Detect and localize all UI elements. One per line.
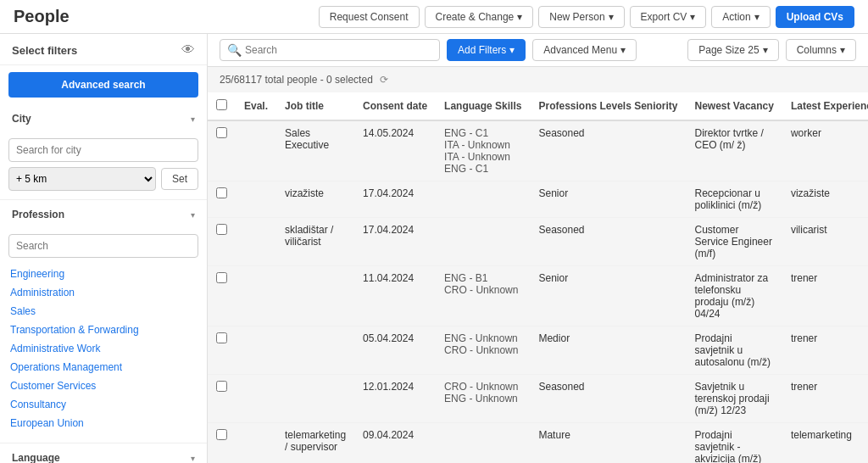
seniority-cell: Seasoned xyxy=(530,120,686,181)
job-title-cell: skladištar / viličarist xyxy=(276,218,354,266)
stats-row: 25/68117 total people - 0 selected ⟳ xyxy=(208,67,868,92)
export-cv-button[interactable]: Export CV ▾ xyxy=(630,6,707,28)
eval-cell xyxy=(236,375,276,423)
language-section: Language ▾ xyxy=(0,443,207,463)
new-person-button[interactable]: New Person ▾ xyxy=(538,6,624,28)
profession-section-title: Profession xyxy=(12,209,64,220)
set-button[interactable]: Set xyxy=(161,168,198,190)
profession-list-item[interactable]: Sales xyxy=(8,302,198,321)
profession-list-item[interactable]: Consultancy xyxy=(8,395,198,414)
consent-date-cell: 17.04.2024 xyxy=(354,218,436,266)
job-title-header[interactable]: Job title xyxy=(276,92,354,120)
table-header-row: Eval. Job title Consent date Language Sk… xyxy=(208,92,868,120)
toolbar-right: Page Size 25 ▾ Columns ▾ xyxy=(687,39,856,61)
request-consent-button[interactable]: Request Consent xyxy=(319,6,420,28)
latest-experience-header[interactable]: Latest Experience ▾ xyxy=(782,92,868,120)
columns-button[interactable]: Columns ▾ xyxy=(786,39,856,61)
profession-list-item[interactable]: Administration xyxy=(8,283,198,302)
language-skills-cell: CRO - UnknownENG - Unknown xyxy=(436,375,530,423)
latest-experience-cell: trener xyxy=(782,326,868,375)
stats-text: 25/68117 total people - 0 selected xyxy=(220,74,373,86)
select-all-header[interactable] xyxy=(208,92,236,120)
people-table: Eval. Job title Consent date Language Sk… xyxy=(208,92,868,463)
advanced-menu-button[interactable]: Advanced Menu ▾ xyxy=(532,39,637,61)
chevron-down-icon: ▾ xyxy=(690,11,695,23)
seniority-cell: Senior xyxy=(530,266,686,326)
latest-experience-cell: telemarketing xyxy=(782,423,868,464)
content: 🔍 Add Filters ▾ Advanced Menu ▾ Page Siz… xyxy=(208,34,868,463)
newest-vacancy-cell: Administrator za telefonsku prodaju (m/ž… xyxy=(687,266,782,326)
chevron-down-icon: ▾ xyxy=(191,454,195,463)
seniority-header[interactable]: Professions Levels Seniority xyxy=(530,92,686,120)
newest-vacancy-cell: Prodajni savjetnik u autosalonu (m/ž) xyxy=(687,326,782,375)
profession-section-body: EngineeringAdministrationSalesTransporta… xyxy=(0,229,207,443)
city-search-input[interactable] xyxy=(8,138,198,162)
language-skills-header[interactable]: Language Skills xyxy=(436,92,530,120)
row-checkbox[interactable] xyxy=(216,272,227,283)
row-checkbox[interactable] xyxy=(216,381,227,392)
top-bar-left: People xyxy=(14,7,70,26)
row-checkbox[interactable] xyxy=(216,429,227,440)
eval-cell xyxy=(236,326,276,375)
profession-section-header[interactable]: Profession ▾ xyxy=(0,200,207,229)
top-bar: People Request Consent Create & Change ▾… xyxy=(0,0,868,34)
eval-cell xyxy=(236,218,276,266)
latest-experience-cell: trener xyxy=(782,375,868,423)
profession-list-item[interactable]: Engineering xyxy=(8,265,198,283)
chevron-down-icon: ▾ xyxy=(754,11,760,23)
sidebar-header: Select filters 👁 xyxy=(0,34,207,65)
top-bar-right: Request Consent Create & Change ▾ New Pe… xyxy=(319,6,854,28)
advanced-search-button[interactable]: Advanced search xyxy=(8,72,198,98)
newest-vacancy-header[interactable]: Newest Vacancy xyxy=(687,92,782,120)
toolbar-left: 🔍 Add Filters ▾ Advanced Menu ▾ xyxy=(220,39,637,61)
seniority-cell: Seasoned xyxy=(530,218,686,266)
eval-cell xyxy=(236,266,276,326)
profession-list-item[interactable]: Road Transportation xyxy=(8,432,198,434)
city-section-body: + 5 km Set xyxy=(0,133,207,199)
chevron-down-icon: ▾ xyxy=(620,44,626,56)
eval-cell xyxy=(236,181,276,218)
newest-vacancy-cell: Savjetnik u terenskoj prodaji (m/ž) 12/2… xyxy=(687,375,782,423)
newest-vacancy-cell: Customer Service Engineer (m/f) xyxy=(687,218,782,266)
select-all-checkbox[interactable] xyxy=(216,99,227,110)
create-change-button[interactable]: Create & Change ▾ xyxy=(425,6,534,28)
select-filters-label: Select filters xyxy=(12,44,77,57)
consent-date-cell: 12.01.2024 xyxy=(354,375,436,423)
city-section-title: City xyxy=(12,113,31,125)
table-row: skladištar / viličarist17.04.2024Seasone… xyxy=(208,218,868,266)
language-skills-cell: ENG - UnknownCRO - Unknown xyxy=(436,326,530,375)
profession-search-input[interactable] xyxy=(8,234,198,258)
eye-icon[interactable]: 👁 xyxy=(181,42,195,58)
page-size-button[interactable]: Page Size 25 ▾ xyxy=(687,39,778,61)
newest-vacancy-cell: Recepcionar u poliklinici (m/ž) xyxy=(687,181,782,218)
language-skills-cell xyxy=(436,423,530,464)
language-section-title: Language xyxy=(12,452,60,463)
chevron-down-icon: ▾ xyxy=(840,44,845,56)
profession-list-item[interactable]: Customer Services xyxy=(8,377,198,395)
row-checkbox[interactable] xyxy=(216,332,227,343)
row-checkbox[interactable] xyxy=(216,224,227,235)
row-checkbox[interactable] xyxy=(216,187,227,198)
consent-date-cell: 09.04.2024 xyxy=(354,423,436,464)
chevron-down-icon: ▾ xyxy=(509,44,515,56)
seniority-cell: Mature xyxy=(530,423,686,464)
add-filters-button[interactable]: Add Filters ▾ xyxy=(447,39,526,61)
profession-list-item[interactable]: Administrative Work xyxy=(8,339,198,358)
refresh-icon[interactable]: ⟳ xyxy=(380,74,388,86)
language-skills-cell: ENG - C1ITA - UnknownITA - UnknownENG - … xyxy=(436,120,530,181)
search-input[interactable] xyxy=(245,44,432,56)
action-button[interactable]: Action ▾ xyxy=(711,6,770,28)
city-section-header[interactable]: City ▾ xyxy=(0,104,207,133)
profession-list-item[interactable]: Transportation & Forwarding xyxy=(8,321,198,339)
consent-date-header[interactable]: Consent date xyxy=(354,92,436,120)
profession-list-item[interactable]: Operations Management xyxy=(8,358,198,377)
profession-list-item[interactable]: European Union xyxy=(8,414,198,432)
table-row: 12.01.2024CRO - UnknownENG - UnknownSeas… xyxy=(208,375,868,423)
language-section-header[interactable]: Language ▾ xyxy=(0,443,207,463)
upload-cvs-button[interactable]: Upload CVs xyxy=(776,6,854,28)
consent-date-cell: 11.04.2024 xyxy=(354,266,436,326)
sidebar: Select filters 👁 Advanced search City ▾ … xyxy=(0,34,208,463)
km-select[interactable]: + 5 km xyxy=(8,167,156,191)
row-checkbox[interactable] xyxy=(216,127,227,138)
chevron-down-icon: ▾ xyxy=(191,210,195,220)
